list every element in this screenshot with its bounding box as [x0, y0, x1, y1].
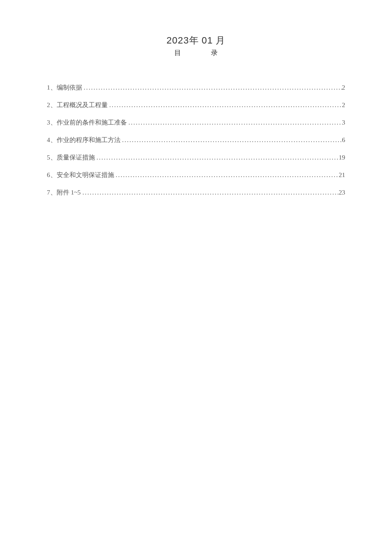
toc-item-label: 2、工程概况及工程量: [47, 101, 108, 110]
year-number: 2023: [167, 35, 189, 46]
toc-dots: [95, 153, 339, 162]
toc-item-label: 5、质量保证措施: [47, 153, 95, 162]
toc-dots: [127, 118, 342, 127]
toc-title-lu: 录: [211, 49, 218, 56]
toc-item[interactable]: 1、编制依据 2: [47, 83, 345, 92]
date-header: 2023年 01 月: [47, 34, 345, 47]
toc-item-label: 6、安全和文明保证措施: [47, 171, 114, 180]
toc-item[interactable]: 2、工程概况及工程量 2: [47, 101, 345, 110]
toc-title: 目录: [47, 49, 345, 58]
toc-title-mu: 目: [174, 49, 181, 56]
toc-item-page: 21: [339, 171, 345, 180]
document-page: 2023年 01 月 目录 1、编制依据 2 2、工程概况及工程量 2 3、作业…: [0, 0, 392, 197]
month-number: 01: [202, 35, 213, 46]
toc-item[interactable]: 4、作业的程序和施工方法 6: [47, 136, 345, 145]
year-char: 年: [189, 35, 199, 46]
toc-item-page: 3: [342, 118, 346, 127]
toc-item[interactable]: 6、安全和文明保证措施 21: [47, 171, 345, 180]
toc-item-label: 7、附件 1~5: [47, 188, 81, 197]
toc-item-page: 23: [339, 188, 345, 197]
month-char: 月: [216, 35, 225, 46]
toc-dots: [121, 136, 342, 145]
toc-list: 1、编制依据 2 2、工程概况及工程量 2 3、作业前的条件和施工准备 3 4、…: [47, 83, 345, 197]
toc-item-page: 19: [339, 153, 345, 162]
toc-item-page: 6: [342, 136, 346, 145]
toc-item[interactable]: 3、作业前的条件和施工准备 3: [47, 118, 345, 127]
toc-item-page: 2: [342, 83, 346, 92]
toc-item-label: 1、编制依据: [47, 83, 82, 92]
toc-item[interactable]: 5、质量保证措施 19: [47, 153, 345, 162]
toc-dots: [108, 101, 342, 110]
toc-dots: [114, 171, 339, 180]
toc-dots: [82, 83, 342, 92]
toc-item-label: 3、作业前的条件和施工准备: [47, 118, 127, 127]
toc-item-page: 2: [342, 101, 346, 110]
toc-item-label: 4、作业的程序和施工方法: [47, 136, 121, 145]
toc-dots: [81, 188, 339, 197]
toc-item[interactable]: 7、附件 1~5 23: [47, 188, 345, 197]
